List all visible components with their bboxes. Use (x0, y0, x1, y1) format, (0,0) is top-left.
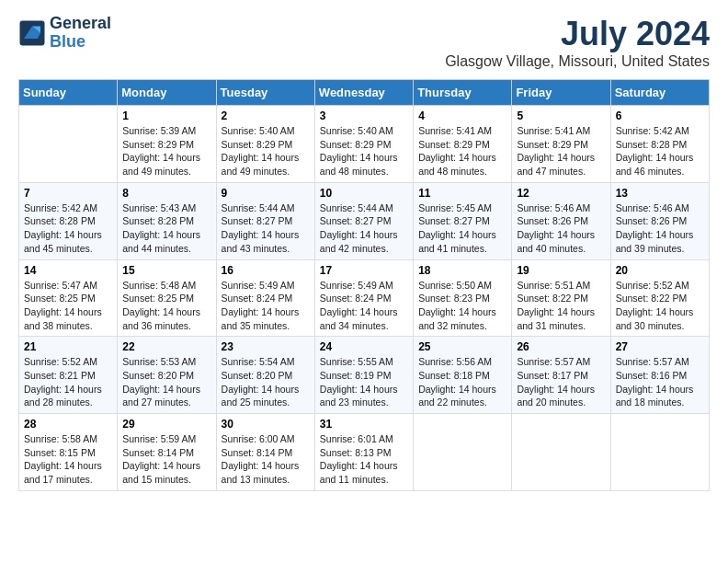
day-number: 10 (320, 187, 408, 200)
day-info: Sunrise: 5:54 AMSunset: 8:20 PMDaylight:… (222, 355, 310, 409)
main-title: July 2024 (445, 15, 710, 53)
day-number: 11 (418, 187, 506, 200)
day-number: 30 (222, 418, 310, 431)
logo-general: General (50, 15, 111, 33)
calendar-cell: 17Sunrise: 5:49 AMSunset: 8:24 PMDayligh… (314, 259, 413, 337)
day-number: 14 (24, 264, 112, 277)
day-header-thursday: Thursday (414, 80, 512, 106)
day-number: 24 (320, 340, 408, 353)
calendar-cell: 19Sunrise: 5:51 AMSunset: 8:22 PMDayligh… (512, 259, 610, 337)
day-info: Sunrise: 5:40 AMSunset: 8:29 PMDaylight:… (222, 124, 310, 178)
calendar-cell: 12Sunrise: 5:46 AMSunset: 8:26 PMDayligh… (512, 182, 610, 259)
calendar-cell: 7Sunrise: 5:42 AMSunset: 8:28 PMDaylight… (19, 182, 118, 259)
calendar-cell: 13Sunrise: 5:46 AMSunset: 8:26 PMDayligh… (610, 182, 709, 259)
day-number: 19 (517, 264, 605, 277)
calendar-cell: 22Sunrise: 5:53 AMSunset: 8:20 PMDayligh… (118, 337, 216, 414)
day-header-sunday: Sunday (19, 80, 118, 106)
day-info: Sunrise: 5:41 AMSunset: 8:29 PMDaylight:… (517, 124, 605, 178)
day-number: 29 (122, 418, 210, 431)
calendar-cell: 27Sunrise: 5:57 AMSunset: 8:16 PMDayligh… (610, 337, 709, 414)
day-number: 9 (222, 187, 310, 200)
title-area: July 2024 Glasgow Village, Missouri, Uni… (445, 15, 710, 70)
calendar-cell: 1Sunrise: 5:39 AMSunset: 8:29 PMDaylight… (118, 106, 216, 183)
calendar-cell: 6Sunrise: 5:42 AMSunset: 8:28 PMDaylight… (610, 106, 709, 183)
week-row-4: 21Sunrise: 5:52 AMSunset: 8:21 PMDayligh… (19, 337, 710, 414)
calendar-cell: 21Sunrise: 5:52 AMSunset: 8:21 PMDayligh… (19, 337, 118, 414)
day-number: 21 (24, 340, 112, 353)
week-row-3: 14Sunrise: 5:47 AMSunset: 8:25 PMDayligh… (19, 259, 710, 337)
calendar-cell: 5Sunrise: 5:41 AMSunset: 8:29 PMDaylight… (512, 106, 610, 183)
day-info: Sunrise: 5:57 AMSunset: 8:16 PMDaylight:… (616, 355, 704, 409)
day-info: Sunrise: 5:47 AMSunset: 8:25 PMDaylight:… (24, 279, 112, 333)
calendar-cell: 16Sunrise: 5:49 AMSunset: 8:24 PMDayligh… (216, 259, 314, 337)
calendar-cell: 2Sunrise: 5:40 AMSunset: 8:29 PMDaylight… (216, 106, 314, 183)
day-number: 3 (320, 109, 408, 122)
day-info: Sunrise: 5:57 AMSunset: 8:17 PMDaylight:… (517, 355, 605, 409)
day-number: 23 (222, 340, 310, 353)
day-number: 13 (616, 187, 704, 200)
day-info: Sunrise: 5:59 AMSunset: 8:14 PMDaylight:… (122, 432, 210, 487)
logo: General Blue (18, 15, 111, 52)
calendar-table: SundayMondayTuesdayWednesdayThursdayFrid… (18, 79, 710, 491)
day-header-saturday: Saturday (610, 80, 709, 106)
day-info: Sunrise: 5:42 AMSunset: 8:28 PMDaylight:… (616, 124, 704, 178)
calendar-cell: 14Sunrise: 5:47 AMSunset: 8:25 PMDayligh… (19, 259, 118, 337)
day-info: Sunrise: 5:55 AMSunset: 8:19 PMDaylight:… (320, 355, 408, 409)
calendar-cell: 3Sunrise: 5:40 AMSunset: 8:29 PMDaylight… (314, 106, 413, 183)
calendar-cell: 30Sunrise: 6:00 AMSunset: 8:14 PMDayligh… (216, 414, 314, 491)
day-info: Sunrise: 5:52 AMSunset: 8:22 PMDaylight:… (616, 279, 704, 333)
day-number: 7 (24, 187, 112, 200)
calendar-cell (610, 414, 709, 491)
day-info: Sunrise: 5:50 AMSunset: 8:23 PMDaylight:… (418, 279, 506, 333)
day-number: 22 (122, 340, 210, 353)
day-header-friday: Friday (512, 80, 610, 106)
week-row-2: 7Sunrise: 5:42 AMSunset: 8:28 PMDaylight… (19, 182, 710, 259)
day-number: 17 (320, 264, 408, 277)
day-number: 18 (418, 264, 506, 277)
day-number: 6 (616, 109, 704, 122)
calendar-cell: 23Sunrise: 5:54 AMSunset: 8:20 PMDayligh… (216, 337, 314, 414)
calendar-cell: 18Sunrise: 5:50 AMSunset: 8:23 PMDayligh… (414, 259, 512, 337)
calendar-cell (414, 414, 512, 491)
day-number: 4 (418, 109, 506, 122)
day-number: 28 (24, 418, 112, 431)
day-info: Sunrise: 5:46 AMSunset: 8:26 PMDaylight:… (517, 201, 605, 256)
day-info: Sunrise: 5:44 AMSunset: 8:27 PMDaylight:… (222, 201, 310, 256)
day-info: Sunrise: 5:56 AMSunset: 8:18 PMDaylight:… (418, 355, 506, 409)
day-number: 26 (517, 340, 605, 353)
day-number: 16 (222, 264, 310, 277)
calendar-cell: 25Sunrise: 5:56 AMSunset: 8:18 PMDayligh… (414, 337, 512, 414)
day-number: 27 (616, 340, 704, 353)
day-number: 31 (320, 418, 408, 431)
day-number: 2 (222, 109, 310, 122)
week-row-1: 1Sunrise: 5:39 AMSunset: 8:29 PMDaylight… (19, 106, 710, 183)
day-number: 1 (122, 109, 210, 122)
day-info: Sunrise: 5:48 AMSunset: 8:25 PMDaylight:… (122, 279, 210, 333)
calendar-cell: 20Sunrise: 5:52 AMSunset: 8:22 PMDayligh… (610, 259, 709, 337)
calendar-header-row: SundayMondayTuesdayWednesdayThursdayFrid… (19, 80, 710, 106)
calendar-cell (512, 414, 610, 491)
calendar-cell: 28Sunrise: 5:58 AMSunset: 8:15 PMDayligh… (19, 414, 118, 491)
calendar-cell (19, 106, 118, 183)
logo-blue: Blue (50, 33, 111, 52)
day-info: Sunrise: 5:44 AMSunset: 8:27 PMDaylight:… (320, 201, 408, 256)
day-info: Sunrise: 5:52 AMSunset: 8:21 PMDaylight:… (24, 355, 112, 409)
calendar-cell: 4Sunrise: 5:41 AMSunset: 8:29 PMDaylight… (414, 106, 512, 183)
day-info: Sunrise: 5:39 AMSunset: 8:29 PMDaylight:… (122, 124, 210, 178)
day-number: 5 (517, 109, 605, 122)
day-info: Sunrise: 5:58 AMSunset: 8:15 PMDaylight:… (24, 432, 112, 487)
day-info: Sunrise: 5:51 AMSunset: 8:22 PMDaylight:… (517, 279, 605, 333)
day-header-tuesday: Tuesday (216, 80, 314, 106)
day-info: Sunrise: 5:45 AMSunset: 8:27 PMDaylight:… (418, 201, 506, 256)
header: General Blue July 2024 Glasgow Village, … (18, 15, 710, 70)
day-info: Sunrise: 5:41 AMSunset: 8:29 PMDaylight:… (418, 124, 506, 178)
day-info: Sunrise: 5:40 AMSunset: 8:29 PMDaylight:… (320, 124, 408, 178)
day-number: 12 (517, 187, 605, 200)
day-number: 20 (616, 264, 704, 277)
calendar-cell: 31Sunrise: 6:01 AMSunset: 8:13 PMDayligh… (314, 414, 413, 491)
subtitle: Glasgow Village, Missouri, United States (445, 53, 710, 70)
day-info: Sunrise: 5:42 AMSunset: 8:28 PMDaylight:… (24, 201, 112, 256)
calendar-cell: 11Sunrise: 5:45 AMSunset: 8:27 PMDayligh… (414, 182, 512, 259)
calendar-cell: 10Sunrise: 5:44 AMSunset: 8:27 PMDayligh… (314, 182, 413, 259)
calendar-cell: 29Sunrise: 5:59 AMSunset: 8:14 PMDayligh… (118, 414, 216, 491)
